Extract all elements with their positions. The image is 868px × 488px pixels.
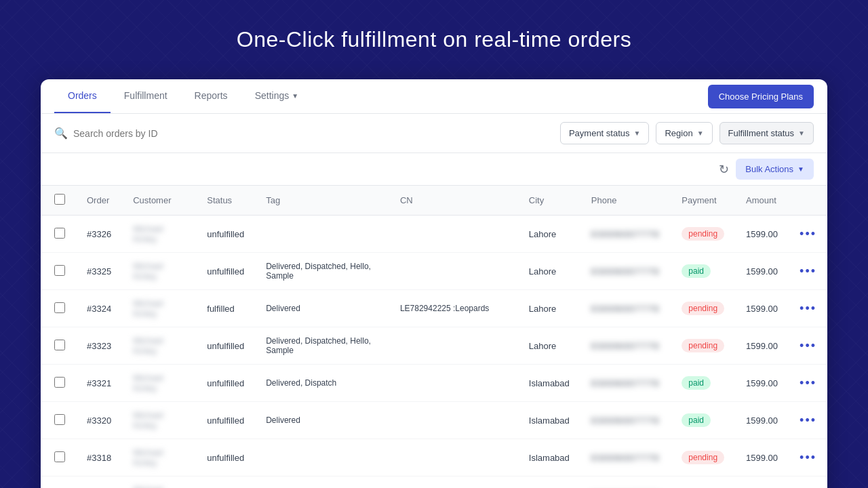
row-order-id: #3320	[76, 402, 122, 439]
table-row: #3325 Michael Kinley unfulfilled Deliver…	[41, 253, 827, 290]
payment-badge: pending	[682, 302, 724, 315]
search-input[interactable]	[73, 128, 553, 139]
row-more-actions[interactable]: •••	[789, 253, 827, 290]
row-tag: Delivered, Dispatched, Hello, Sample	[255, 253, 389, 290]
chevron-down-icon: ▼	[798, 129, 805, 137]
row-order-id: #3324	[76, 290, 122, 327]
row-more-actions[interactable]: •••	[789, 216, 827, 253]
row-city: Lahore	[518, 327, 580, 365]
row-cn	[389, 327, 518, 365]
row-city: Lahore	[518, 216, 580, 253]
row-order-id: #3317	[76, 476, 122, 489]
payment-badge: pending	[682, 227, 724, 241]
row-city: Lahore	[518, 253, 580, 290]
row-tag: Delivered, Dispatch	[255, 365, 389, 402]
row-checkbox[interactable]	[54, 340, 65, 350]
chevron-down-icon: ▼	[292, 92, 298, 100]
row-phone: 03006007770	[580, 253, 671, 290]
row-checkbox[interactable]	[54, 414, 65, 425]
row-checkbox-cell	[41, 476, 76, 489]
more-options-icon[interactable]: •••	[800, 451, 816, 464]
payment-status-filter[interactable]: Payment status ▼	[560, 122, 650, 144]
tab-settings[interactable]: Settings ▼	[241, 79, 313, 113]
row-checkbox[interactable]	[54, 228, 65, 239]
row-phone: 03006007770	[580, 439, 671, 476]
row-city: Lahore	[518, 290, 580, 327]
row-status: unfulfilled	[196, 327, 255, 365]
row-payment: paid	[671, 365, 735, 402]
region-filter[interactable]: Region ▼	[656, 122, 712, 144]
fulfillment-status-filter[interactable]: Fulfillment status ▼	[719, 122, 814, 144]
tab-fulfillment[interactable]: Fulfillment	[111, 79, 181, 113]
row-more-actions[interactable]: •••	[789, 365, 827, 402]
row-payment: paid	[671, 253, 735, 290]
row-status: unfulfilled	[196, 439, 255, 476]
row-tag: Delivered	[255, 290, 389, 327]
row-amount: 1599.00	[735, 365, 789, 402]
row-customer: Michael Kinley	[122, 253, 196, 290]
row-phone: 03006007770	[580, 216, 671, 253]
row-payment: pending	[671, 476, 735, 489]
more-options-icon[interactable]: •••	[800, 302, 816, 315]
row-order-id: #3323	[76, 327, 122, 365]
table-row: #3323 Michael Kinley unfulfilled Deliver…	[41, 327, 827, 365]
choose-pricing-plans-button[interactable]: Choose Pricing Plans	[708, 85, 814, 108]
tabs-bar: Orders Fulfillment Reports Settings ▼ Ch…	[41, 79, 827, 114]
row-checkbox-cell	[41, 290, 76, 327]
more-options-icon[interactable]: •••	[800, 264, 816, 278]
more-options-icon[interactable]: •••	[800, 227, 816, 241]
chevron-down-icon: ▼	[697, 129, 704, 137]
row-city: Islamabad	[518, 365, 580, 402]
table-row: #3317 Michael Kinley unfulfilled Dispatc…	[41, 476, 827, 489]
row-tag: Delivered	[255, 402, 389, 439]
row-status: fulfilled	[196, 290, 255, 327]
page-title: One-Click fulfillment on real-time order…	[237, 27, 631, 52]
row-payment: pending	[671, 216, 735, 253]
row-more-actions[interactable]: •••	[789, 327, 827, 365]
row-amount: 1599.00	[735, 439, 789, 476]
row-city: Islamabad	[518, 476, 580, 489]
refresh-icon[interactable]: ↻	[719, 162, 729, 177]
row-more-actions[interactable]: •••	[789, 402, 827, 439]
table-row: #3320 Michael Kinley unfulfilled Deliver…	[41, 402, 827, 439]
tab-reports[interactable]: Reports	[181, 79, 241, 113]
row-amount: 1599.00	[735, 290, 789, 327]
row-more-actions[interactable]: •••	[789, 290, 827, 327]
row-phone: 03006007770	[580, 365, 671, 402]
row-payment: pending	[671, 327, 735, 365]
row-amount: 1599.00	[735, 253, 789, 290]
table-row: #3326 Michael Kinley unfulfilled Lahore …	[41, 216, 827, 253]
bulk-actions-button[interactable]: Bulk Actions ▼	[736, 159, 814, 180]
row-checkbox[interactable]	[54, 377, 65, 388]
row-payment: pending	[671, 439, 735, 476]
tab-orders[interactable]: Orders	[54, 79, 111, 113]
th-checkbox	[41, 186, 76, 216]
row-amount: 1599.00	[735, 216, 789, 253]
row-order-id: #3321	[76, 365, 122, 402]
table-header-row: Order Customer Status Tag CN City Phone …	[41, 186, 827, 216]
toolbar: 🔍 Payment status ▼ Region ▼ Fulfillment …	[41, 114, 827, 153]
row-checkbox-cell	[41, 327, 76, 365]
row-status: unfulfilled	[196, 365, 255, 402]
more-options-icon[interactable]: •••	[800, 376, 816, 390]
row-payment: pending	[671, 290, 735, 327]
row-checkbox-cell	[41, 216, 76, 253]
row-customer: Michael Kinley	[122, 402, 196, 439]
row-more-actions[interactable]: •••	[789, 439, 827, 476]
th-cn: CN	[389, 186, 518, 216]
row-customer: Michael Kinley	[122, 216, 196, 253]
row-cn	[389, 476, 518, 489]
row-phone: 03006007770	[580, 290, 671, 327]
row-checkbox[interactable]	[54, 302, 65, 313]
more-options-icon[interactable]: •••	[800, 339, 816, 352]
row-checkbox[interactable]	[54, 265, 65, 276]
row-phone: 03006007770	[580, 402, 671, 439]
row-checkbox[interactable]	[54, 451, 65, 462]
row-phone: 03006007770	[580, 476, 671, 489]
row-amount: 1599.00	[735, 476, 789, 489]
select-all-checkbox[interactable]	[54, 194, 65, 205]
payment-badge: pending	[682, 451, 724, 464]
tabs-container: Orders Fulfillment Reports Settings ▼	[54, 79, 708, 113]
more-options-icon[interactable]: •••	[800, 413, 816, 427]
row-more-actions[interactable]: •••	[789, 476, 827, 489]
